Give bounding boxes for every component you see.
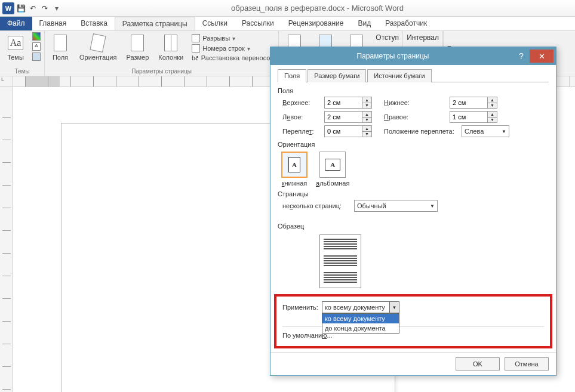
themes-button-label: Темы bbox=[7, 54, 24, 61]
dialog-close-button[interactable]: ✕ bbox=[530, 50, 554, 63]
apply-option-to-end[interactable]: до конца документа bbox=[322, 323, 399, 333]
ribbon-tabs: Файл Главная Вставка Разметка страницы С… bbox=[0, 17, 575, 31]
multi-pages-label: несколько страниц: bbox=[282, 202, 354, 209]
bottom-margin-input[interactable]: ▲▼ bbox=[450, 97, 497, 109]
spinner-up-icon[interactable]: ▲ bbox=[362, 97, 371, 103]
gutter-label: Переплет: bbox=[282, 128, 324, 135]
apply-label: Применить: bbox=[282, 304, 318, 311]
dialog-tab-source[interactable]: Источник бумаги bbox=[367, 69, 431, 82]
columns-button[interactable]: Колонки bbox=[156, 32, 186, 62]
title-bar: W 💾 ↶ ↷ ▾ образец_поля в реферате.docx -… bbox=[0, 0, 575, 17]
preview-thumbnail bbox=[319, 234, 361, 288]
cancel-button[interactable]: Отмена bbox=[505, 357, 549, 371]
dialog-help-button[interactable]: ? bbox=[513, 51, 530, 61]
spinner-down-icon[interactable]: ▼ bbox=[362, 103, 371, 109]
theme-effects-icon[interactable] bbox=[32, 53, 41, 61]
spacing-label: Интервал bbox=[407, 33, 439, 42]
hyphenation-button[interactable]: bc̄ Расстановка переносов bbox=[190, 54, 275, 62]
word-app-icon: W bbox=[2, 2, 14, 14]
apply-to-select[interactable]: ко всему документу ▼ ко всему документу … bbox=[322, 301, 399, 313]
section-orientation-label: Ориентация bbox=[278, 141, 549, 148]
tab-file[interactable]: Файл bbox=[0, 17, 32, 30]
columns-label: Колонки bbox=[158, 54, 183, 61]
size-label: Размер bbox=[126, 54, 149, 61]
dialog-tab-fields[interactable]: Поля bbox=[278, 69, 306, 82]
orientation-label: Ориентация bbox=[79, 54, 116, 61]
right-margin-label: Правое: bbox=[372, 113, 450, 121]
ok-button[interactable]: OK bbox=[456, 357, 500, 371]
landscape-label: альбомная bbox=[316, 180, 349, 187]
apply-selected-value: ко всему документу bbox=[325, 304, 385, 311]
section-preview-label: Образец bbox=[278, 223, 549, 230]
chevron-down-icon: ▼ bbox=[389, 302, 399, 313]
orientation-landscape[interactable]: A альбомная bbox=[316, 152, 349, 187]
theme-fonts-icon[interactable]: A bbox=[32, 42, 41, 51]
apply-option-whole-doc[interactable]: ко всему документу bbox=[322, 314, 399, 323]
tab-mailings[interactable]: Рассылки bbox=[235, 17, 281, 30]
dialog-button-row: OK Отмена bbox=[270, 352, 556, 375]
dialog-tabs: Поля Размер бумаги Источник бумаги bbox=[278, 69, 549, 82]
right-margin-input[interactable]: ▲▼ bbox=[450, 111, 497, 123]
ribbon-group-themes: Aa Темы A Темы bbox=[0, 31, 45, 76]
tab-review[interactable]: Рецензирование bbox=[281, 17, 351, 30]
portrait-label: книжная bbox=[282, 180, 308, 187]
undo-icon[interactable]: ↶ bbox=[27, 3, 38, 14]
tab-view[interactable]: Вид bbox=[350, 17, 378, 30]
top-margin-input[interactable]: ▲▼ bbox=[324, 97, 372, 109]
chevron-down-icon: ▼ bbox=[430, 203, 435, 209]
page-setup-dialog: Параметры страницы ? ✕ Поля Размер бумаг… bbox=[270, 47, 556, 376]
dialog-titlebar[interactable]: Параметры страницы ? ✕ bbox=[270, 47, 556, 65]
gutter-input[interactable]: ▲▼ bbox=[324, 125, 372, 137]
chevron-down-icon: ▼ bbox=[502, 129, 506, 134]
ruler-corner: L bbox=[0, 76, 13, 87]
tab-page-layout[interactable]: Разметка страницы bbox=[115, 17, 195, 30]
tab-home[interactable]: Главная bbox=[32, 17, 74, 30]
quick-access-toolbar: W 💾 ↶ ↷ ▾ bbox=[2, 2, 62, 14]
left-margin-label: Левое: bbox=[282, 113, 324, 121]
orientation-portrait[interactable]: A книжная bbox=[281, 152, 308, 187]
themes-button[interactable]: Aa Темы bbox=[4, 32, 27, 62]
tab-references[interactable]: Ссылки bbox=[195, 17, 235, 30]
margins-label: Поля bbox=[53, 54, 68, 61]
page-setup-group-label: Параметры страницы bbox=[48, 68, 275, 76]
indent-label: Отступ bbox=[376, 33, 399, 42]
tab-developer[interactable]: Разработчик bbox=[378, 17, 434, 30]
left-margin-input[interactable]: ▲▼ bbox=[324, 111, 372, 123]
size-button[interactable]: Размер bbox=[124, 32, 151, 62]
save-icon[interactable]: 💾 bbox=[16, 3, 26, 14]
vertical-ruler[interactable] bbox=[0, 87, 13, 392]
gutter-pos-label: Положение переплета: bbox=[372, 128, 462, 135]
margins-button[interactable]: Поля bbox=[48, 32, 72, 62]
section-fields-label: Поля bbox=[278, 87, 549, 94]
apply-highlight-box: Применить: ко всему документу ▼ ко всему… bbox=[274, 294, 552, 348]
breaks-button[interactable]: Разрывы ▾ bbox=[190, 33, 275, 43]
line-numbers-button[interactable]: Номера строк ▾ bbox=[190, 44, 275, 53]
theme-colors-icon[interactable] bbox=[32, 32, 41, 41]
section-pages-label: Страницы bbox=[278, 190, 549, 197]
themes-group-label: Темы bbox=[4, 68, 41, 76]
top-margin-label: Верхнее: bbox=[282, 99, 324, 106]
dialog-tab-paper[interactable]: Размер бумаги bbox=[308, 69, 366, 82]
gutter-pos-select[interactable]: Слева▼ bbox=[462, 125, 509, 137]
qat-dropdown-icon[interactable]: ▾ bbox=[51, 3, 62, 14]
apply-to-dropdown-list: ко всему документу до конца документа bbox=[322, 313, 399, 334]
ribbon-group-page-setup: Поля Ориентация Размер Колонки Разрывы ▾… bbox=[45, 31, 279, 76]
orientation-button[interactable]: Ориентация bbox=[77, 32, 119, 62]
breaks-icon bbox=[192, 34, 200, 42]
tab-insert[interactable]: Вставка bbox=[73, 17, 115, 30]
bottom-margin-label: Нижнее: bbox=[372, 99, 450, 106]
document-title: образец_поля в реферате.docx - Microsoft… bbox=[62, 4, 573, 13]
multi-pages-select[interactable]: Обычный▼ bbox=[354, 200, 438, 212]
dialog-title: Параметры страницы bbox=[273, 52, 513, 60]
line-numbers-icon bbox=[192, 44, 200, 53]
redo-icon[interactable]: ↷ bbox=[39, 3, 50, 14]
